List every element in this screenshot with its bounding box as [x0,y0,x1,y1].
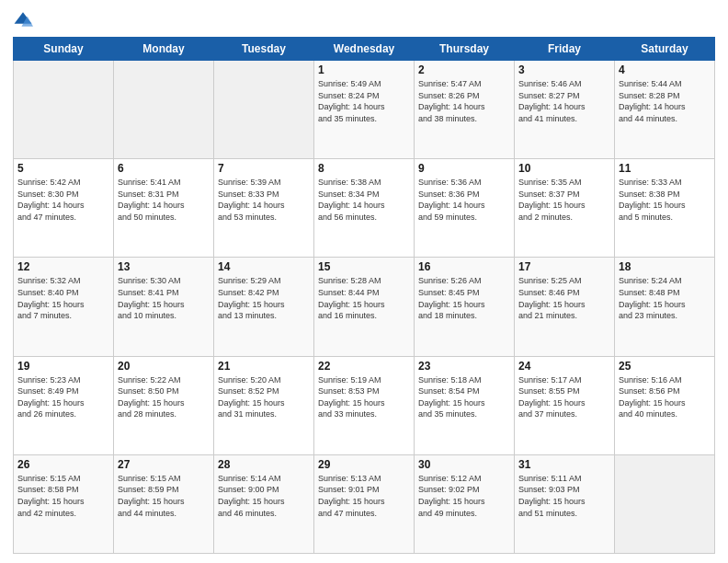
day-number: 5 [17,162,109,175]
calendar-cell: 21Sunrise: 5:20 AM Sunset: 8:52 PM Dayli… [214,356,314,454]
day-info: Sunrise: 5:20 AM Sunset: 8:52 PM Dayligh… [218,374,310,420]
calendar-cell: 30Sunrise: 5:12 AM Sunset: 9:02 PM Dayli… [415,454,515,553]
day-info: Sunrise: 5:41 AM Sunset: 8:31 PM Dayligh… [118,177,210,223]
day-info: Sunrise: 5:13 AM Sunset: 9:01 PM Dayligh… [318,473,410,519]
day-number: 15 [318,260,410,273]
day-info: Sunrise: 5:46 AM Sunset: 8:27 PM Dayligh… [518,78,610,124]
day-info: Sunrise: 5:44 AM Sunset: 8:28 PM Dayligh… [619,78,711,124]
calendar-cell: 1Sunrise: 5:49 AM Sunset: 8:24 PM Daylig… [314,61,415,159]
logo-icon [13,9,33,29]
day-number: 9 [418,162,510,175]
day-number: 31 [518,458,610,471]
day-number: 7 [218,162,310,175]
day-number: 10 [518,162,610,175]
day-info: Sunrise: 5:47 AM Sunset: 8:26 PM Dayligh… [418,78,510,124]
day-info: Sunrise: 5:16 AM Sunset: 8:56 PM Dayligh… [619,374,711,420]
calendar-cell [114,61,214,159]
day-number: 12 [17,260,109,273]
day-number: 14 [218,260,310,273]
calendar-cell: 14Sunrise: 5:29 AM Sunset: 8:42 PM Dayli… [214,258,314,356]
calendar-cell [615,454,715,553]
day-info: Sunrise: 5:28 AM Sunset: 8:44 PM Dayligh… [318,275,410,321]
calendar-cell: 2Sunrise: 5:47 AM Sunset: 8:26 PM Daylig… [415,61,515,159]
calendar-cell [214,61,314,159]
calendar-cell: 4Sunrise: 5:44 AM Sunset: 8:28 PM Daylig… [615,61,715,159]
day-info: Sunrise: 5:22 AM Sunset: 8:50 PM Dayligh… [118,374,210,420]
calendar-cell: 12Sunrise: 5:32 AM Sunset: 8:40 PM Dayli… [14,258,114,356]
day-number: 25 [619,360,711,373]
calendar-cell: 20Sunrise: 5:22 AM Sunset: 8:50 PM Dayli… [114,356,214,454]
day-number: 21 [218,360,310,373]
day-info: Sunrise: 5:17 AM Sunset: 8:55 PM Dayligh… [518,374,610,420]
calendar-cell: 29Sunrise: 5:13 AM Sunset: 9:01 PM Dayli… [314,454,415,553]
calendar-cell: 16Sunrise: 5:26 AM Sunset: 8:45 PM Dayli… [415,258,515,356]
day-number: 6 [118,162,210,175]
calendar-cell: 17Sunrise: 5:25 AM Sunset: 8:46 PM Dayli… [515,258,615,356]
calendar-cell: 5Sunrise: 5:42 AM Sunset: 8:30 PM Daylig… [14,159,114,258]
weekday-header-wednesday: Wednesday [314,38,415,61]
calendar-cell: 19Sunrise: 5:23 AM Sunset: 8:49 PM Dayli… [14,356,114,454]
day-number: 23 [418,360,510,373]
day-info: Sunrise: 5:36 AM Sunset: 8:36 PM Dayligh… [418,177,510,223]
weekday-header-friday: Friday [515,38,615,61]
day-number: 13 [118,260,210,273]
day-number: 26 [17,458,109,471]
calendar-cell: 26Sunrise: 5:15 AM Sunset: 8:58 PM Dayli… [14,454,114,553]
day-info: Sunrise: 5:26 AM Sunset: 8:45 PM Dayligh… [418,275,510,321]
day-info: Sunrise: 5:42 AM Sunset: 8:30 PM Dayligh… [17,177,109,223]
day-number: 3 [518,63,610,76]
calendar-cell: 28Sunrise: 5:14 AM Sunset: 9:00 PM Dayli… [214,454,314,553]
day-info: Sunrise: 5:39 AM Sunset: 8:33 PM Dayligh… [218,177,310,223]
day-number: 1 [318,63,410,76]
calendar-cell: 31Sunrise: 5:11 AM Sunset: 9:03 PM Dayli… [515,454,615,553]
day-number: 24 [518,360,610,373]
day-number: 29 [318,458,410,471]
calendar-cell: 9Sunrise: 5:36 AM Sunset: 8:36 PM Daylig… [415,159,515,258]
day-info: Sunrise: 5:14 AM Sunset: 9:00 PM Dayligh… [218,473,310,519]
day-number: 11 [619,162,711,175]
day-info: Sunrise: 5:15 AM Sunset: 8:58 PM Dayligh… [17,473,109,519]
calendar-cell: 8Sunrise: 5:38 AM Sunset: 8:34 PM Daylig… [314,159,415,258]
calendar-cell: 3Sunrise: 5:46 AM Sunset: 8:27 PM Daylig… [515,61,615,159]
calendar-cell: 22Sunrise: 5:19 AM Sunset: 8:53 PM Dayli… [314,356,415,454]
calendar-cell: 24Sunrise: 5:17 AM Sunset: 8:55 PM Dayli… [515,356,615,454]
calendar-cell: 13Sunrise: 5:30 AM Sunset: 8:41 PM Dayli… [114,258,214,356]
calendar-cell: 25Sunrise: 5:16 AM Sunset: 8:56 PM Dayli… [615,356,715,454]
day-info: Sunrise: 5:49 AM Sunset: 8:24 PM Dayligh… [318,78,410,124]
weekday-header-thursday: Thursday [415,38,515,61]
day-info: Sunrise: 5:18 AM Sunset: 8:54 PM Dayligh… [418,374,510,420]
day-number: 22 [318,360,410,373]
weekday-header-saturday: Saturday [615,38,715,61]
weekday-header-tuesday: Tuesday [214,38,314,61]
day-info: Sunrise: 5:32 AM Sunset: 8:40 PM Dayligh… [17,275,109,321]
day-number: 18 [619,260,711,273]
day-info: Sunrise: 5:19 AM Sunset: 8:53 PM Dayligh… [318,374,410,420]
day-info: Sunrise: 5:35 AM Sunset: 8:37 PM Dayligh… [518,177,610,223]
day-number: 20 [118,360,210,373]
day-number: 16 [418,260,510,273]
day-number: 2 [418,63,510,76]
day-number: 27 [118,458,210,471]
page-header [13,9,715,29]
calendar-cell: 11Sunrise: 5:33 AM Sunset: 8:38 PM Dayli… [615,159,715,258]
day-number: 19 [17,360,109,373]
day-info: Sunrise: 5:33 AM Sunset: 8:38 PM Dayligh… [619,177,711,223]
calendar-cell: 15Sunrise: 5:28 AM Sunset: 8:44 PM Dayli… [314,258,415,356]
day-number: 4 [619,63,711,76]
day-info: Sunrise: 5:11 AM Sunset: 9:03 PM Dayligh… [518,473,610,519]
weekday-header-monday: Monday [114,38,214,61]
day-info: Sunrise: 5:25 AM Sunset: 8:46 PM Dayligh… [518,275,610,321]
calendar-cell: 27Sunrise: 5:15 AM Sunset: 8:59 PM Dayli… [114,454,214,553]
day-info: Sunrise: 5:24 AM Sunset: 8:48 PM Dayligh… [619,275,711,321]
calendar-cell: 7Sunrise: 5:39 AM Sunset: 8:33 PM Daylig… [214,159,314,258]
calendar-cell: 23Sunrise: 5:18 AM Sunset: 8:54 PM Dayli… [415,356,515,454]
day-number: 28 [218,458,310,471]
calendar-cell [14,61,114,159]
day-info: Sunrise: 5:23 AM Sunset: 8:49 PM Dayligh… [17,374,109,420]
day-info: Sunrise: 5:12 AM Sunset: 9:02 PM Dayligh… [418,473,510,519]
logo [13,9,37,29]
day-info: Sunrise: 5:30 AM Sunset: 8:41 PM Dayligh… [118,275,210,321]
calendar-cell: 6Sunrise: 5:41 AM Sunset: 8:31 PM Daylig… [114,159,214,258]
day-info: Sunrise: 5:29 AM Sunset: 8:42 PM Dayligh… [218,275,310,321]
calendar-table: SundayMondayTuesdayWednesdayThursdayFrid… [13,37,715,554]
